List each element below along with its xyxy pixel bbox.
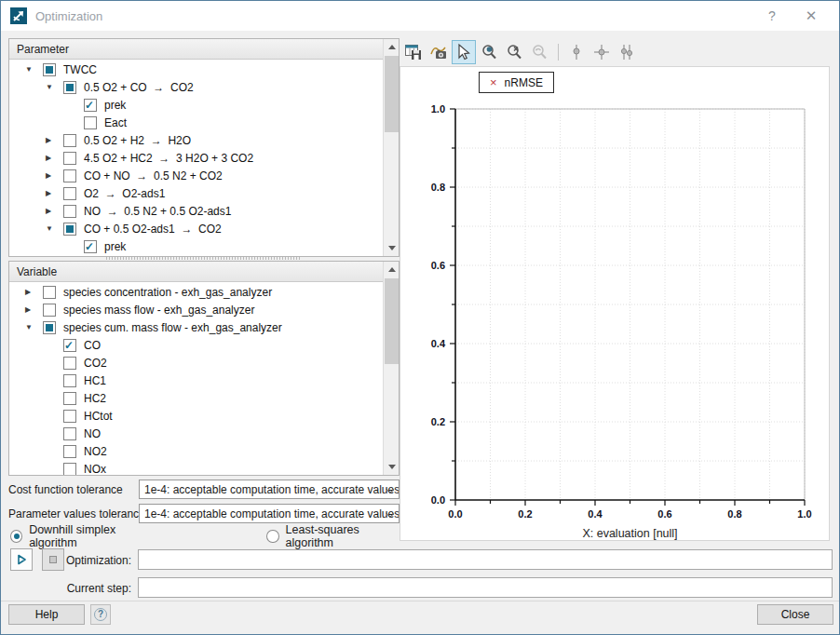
cost-function-tolerance-row: Cost function tolerance 1e-4: acceptable…	[8, 480, 400, 499]
tree-row[interactable]: ▶O2 → O2-ads1	[9, 184, 383, 202]
checkbox-unchecked[interactable]	[63, 169, 76, 182]
tree-row[interactable]: ▼TWCC	[9, 61, 383, 78]
tree-row[interactable]: ▶0.5 O2 + H2 → H2O	[9, 131, 383, 149]
parameter-scrollbar[interactable]	[383, 39, 399, 256]
radio-label: Downhill simplex algorithm	[29, 523, 156, 549]
tree-row-label: HC2	[84, 392, 106, 405]
tree-row[interactable]: ▼0.5 O2 + CO → CO2	[9, 78, 383, 96]
svg-text:0.2: 0.2	[431, 416, 445, 427]
expander-down-icon[interactable]: ▼	[22, 65, 43, 74]
parameter-values-tolerance-select[interactable]: 1e-4: acceptable computation time, accur…	[139, 504, 400, 523]
checkbox-unchecked[interactable]	[63, 445, 76, 458]
select-cursor-icon[interactable]	[452, 40, 476, 64]
scrollbar-thumb[interactable]	[385, 56, 399, 132]
radio-button-icon[interactable]	[266, 530, 278, 543]
scroll-up-icon[interactable]	[384, 262, 400, 277]
tree-row[interactable]: ▶4.5 O2 + HC2 → 3 H2O + 3 CO2	[9, 149, 383, 167]
tree-row[interactable]: ▼CO + 0.5 O2-ads1 → CO2	[9, 220, 383, 237]
checkbox-partial[interactable]	[43, 63, 56, 76]
checkbox-unchecked[interactable]	[63, 205, 76, 218]
tree-row[interactable]: prek	[9, 237, 383, 255]
checkbox-unchecked[interactable]	[63, 463, 76, 476]
checkbox-partial[interactable]	[63, 81, 76, 94]
radio-downhill-simplex[interactable]: Downhill simplex algorithm	[10, 527, 156, 546]
legend-item-nrmse[interactable]: × nRMSE	[479, 72, 554, 93]
checkbox-checked[interactable]	[63, 339, 76, 352]
checkbox-unchecked[interactable]	[63, 374, 76, 387]
checkbox-checked[interactable]	[84, 99, 97, 112]
checkbox-partial[interactable]	[63, 223, 76, 236]
tree-row[interactable]: HC1	[9, 372, 383, 389]
tree-row[interactable]: CO	[9, 336, 383, 354]
checkbox-unchecked[interactable]	[63, 357, 76, 370]
tree-row[interactable]: HCtot	[9, 407, 383, 425]
titlebar: Optimization ? ✕	[1, 1, 839, 31]
checkbox-unchecked[interactable]	[43, 286, 56, 299]
tree-row-label: O2 → O2-ads1	[84, 187, 165, 200]
tree-row[interactable]: NOx	[9, 460, 383, 475]
radio-least-squares[interactable]: Least-squares algorithm	[266, 527, 401, 546]
radio-button-icon[interactable]	[10, 530, 22, 543]
tree-row[interactable]: ▶species mass flow - exh_gas_analyzer	[9, 301, 383, 318]
expander-right-icon[interactable]: ▶	[43, 154, 63, 162]
zoom-data-icon[interactable]	[477, 40, 501, 64]
checkbox-checked[interactable]	[84, 240, 97, 253]
dual-marker-cursor-icon[interactable]	[615, 40, 639, 64]
svg-text:0.6: 0.6	[657, 508, 671, 520]
checkbox-partial[interactable]	[43, 321, 56, 334]
expander-down-icon[interactable]: ▼	[22, 323, 43, 331]
titlebar-help-button[interactable]: ?	[753, 1, 791, 31]
tree-row[interactable]: ▶CO + NO → 0.5 N2 + CO2	[9, 167, 383, 184]
zoom-all-icon[interactable]	[502, 40, 526, 64]
app-icon	[10, 7, 27, 24]
checkbox-unchecked[interactable]	[63, 427, 76, 440]
tree-row[interactable]: prek	[9, 96, 383, 114]
help-button[interactable]: Help	[8, 604, 85, 625]
expander-right-icon[interactable]: ▶	[43, 189, 63, 197]
tree-row[interactable]: CO2	[9, 354, 383, 372]
expander-right-icon[interactable]: ▶	[22, 288, 43, 296]
checkbox-unchecked[interactable]	[63, 187, 76, 200]
tree-row[interactable]: ▼species cum. mass flow - exh_gas_analyz…	[9, 318, 383, 336]
cross-marker-cursor-icon[interactable]	[589, 40, 614, 64]
context-help-button[interactable]: ?	[90, 604, 111, 625]
close-button[interactable]: Close	[757, 604, 833, 625]
tree-row[interactable]: HC2	[9, 389, 383, 407]
scroll-down-icon[interactable]	[384, 459, 400, 475]
chart-snapshot-icon[interactable]	[427, 40, 451, 64]
single-marker-cursor-icon[interactable]	[564, 40, 589, 64]
footer-divider	[1, 601, 839, 601]
checkbox-unchecked[interactable]	[63, 410, 76, 423]
expander-right-icon[interactable]: ▶	[43, 136, 63, 144]
expander-right-icon[interactable]: ▶	[22, 305, 43, 314]
expander-down-icon[interactable]: ▼	[43, 224, 63, 233]
parameter-values-tolerance-row: Parameter values tolerance 1e-4: accepta…	[8, 504, 400, 523]
stop-optimization-button[interactable]	[42, 548, 64, 571]
tree-row-label: Eact	[104, 116, 127, 129]
variable-panel: Variable ▶species concentration - exh_ga…	[8, 261, 400, 476]
plot-area[interactable]: 0.00.20.40.60.81.00.00.20.40.60.81.0X: e…	[400, 67, 831, 542]
start-optimization-button[interactable]	[10, 548, 33, 571]
expander-right-icon[interactable]: ▶	[43, 207, 63, 215]
titlebar-close-button[interactable]: ✕	[793, 1, 830, 31]
variable-scrollbar[interactable]	[383, 262, 399, 475]
table-export-icon[interactable]	[401, 40, 426, 64]
variable-tree: ▶species concentration - exh_gas_analyze…	[9, 283, 383, 475]
tree-row[interactable]: NO	[9, 425, 383, 442]
zoom-previous-icon[interactable]	[527, 40, 551, 64]
tree-row[interactable]: ▶species concentration - exh_gas_analyze…	[9, 283, 383, 301]
expander-down-icon[interactable]: ▼	[43, 83, 63, 91]
expander-right-icon[interactable]: ▶	[43, 171, 63, 180]
cost-function-tolerance-select[interactable]: 1e-4: acceptable computation time, accur…	[139, 480, 400, 499]
tree-row[interactable]: Eact	[9, 114, 383, 131]
scroll-down-icon[interactable]	[384, 240, 400, 256]
scrollbar-thumb[interactable]	[385, 278, 399, 364]
checkbox-unchecked[interactable]	[63, 134, 76, 147]
scroll-up-icon[interactable]	[384, 39, 400, 55]
checkbox-unchecked[interactable]	[84, 116, 97, 129]
tree-row[interactable]: ▶NO → 0.5 N2 + 0.5 O2-ads1	[9, 202, 383, 220]
checkbox-unchecked[interactable]	[43, 304, 56, 317]
tree-row[interactable]: NO2	[9, 442, 383, 460]
checkbox-unchecked[interactable]	[63, 392, 76, 405]
checkbox-unchecked[interactable]	[63, 152, 76, 165]
